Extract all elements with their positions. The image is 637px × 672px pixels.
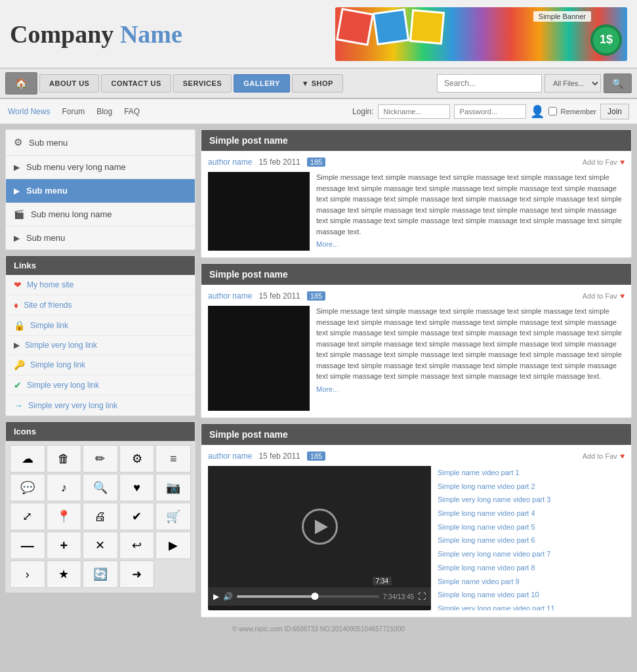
post-2-more[interactable]: More... bbox=[316, 385, 625, 393]
link-text: Simple very long link bbox=[25, 341, 97, 350]
sidebar-item-2[interactable]: ▶ Sub menu very long name bbox=[6, 156, 195, 179]
icon-expand[interactable]: ⤢ bbox=[10, 503, 45, 530]
link-item-5[interactable]: 🔑 Simple long link bbox=[6, 355, 195, 375]
subnav-blog[interactable]: Blog bbox=[96, 107, 112, 116]
watermark: © www.nipic.com ID:6608733 NO:2014090510… bbox=[0, 623, 637, 635]
post-3-heart[interactable]: ♥ bbox=[620, 452, 625, 461]
icon-cross[interactable]: ✕ bbox=[83, 532, 118, 559]
search-button[interactable]: 🔍 bbox=[604, 74, 632, 93]
video-frame[interactable] bbox=[208, 466, 431, 587]
post-1-add-fav[interactable]: Add to Fav bbox=[583, 158, 617, 166]
volume-icon[interactable]: 🔊 bbox=[223, 592, 233, 601]
sidebar-item-4[interactable]: 🎬 Sub menu long name bbox=[6, 203, 195, 226]
search-filter[interactable]: All Files... bbox=[545, 74, 601, 93]
play-icon: ▶ bbox=[14, 163, 20, 172]
post-3-header: Simple post name bbox=[201, 424, 631, 445]
link-item-2[interactable]: ♦ Site of friends bbox=[6, 295, 195, 316]
icon-cloud[interactable]: ☁ bbox=[10, 445, 45, 472]
playlist-item-3[interactable]: Simple very long name video part 3 bbox=[438, 493, 625, 507]
link-text: Simple link bbox=[30, 321, 68, 330]
icon-return[interactable]: ↩ bbox=[119, 532, 155, 559]
icon-music[interactable]: ♪ bbox=[47, 474, 82, 501]
icon-minus[interactable]: — bbox=[10, 532, 45, 559]
playlist-item-11[interactable]: Simple very long name video part 11 bbox=[438, 602, 625, 610]
playlist-item-7[interactable]: Simple very long name video part 7 bbox=[438, 547, 625, 561]
subnav-faq[interactable]: FAQ bbox=[124, 107, 140, 116]
icon-star[interactable]: ★ bbox=[47, 560, 82, 588]
icon-plus[interactable]: + bbox=[47, 532, 82, 559]
post-1-author[interactable]: author name bbox=[208, 158, 252, 167]
nav-shop[interactable]: ▼ SHOP bbox=[292, 74, 343, 93]
icon-gear[interactable]: ⚙ bbox=[119, 445, 155, 472]
icon-camera[interactable]: 📷 bbox=[155, 474, 191, 501]
post-1-more[interactable]: More... bbox=[316, 240, 625, 248]
nav-about-us[interactable]: ABOUT US bbox=[39, 74, 99, 93]
sidebar-item-1[interactable]: ⚙ Sub menu bbox=[6, 130, 195, 156]
sidebar-item-5[interactable]: ▶ Sub menu bbox=[6, 226, 195, 249]
progress-bar[interactable] bbox=[237, 595, 379, 598]
icon-menu[interactable]: ≡ bbox=[155, 445, 191, 472]
nav-contact-us[interactable]: CONTACT US bbox=[101, 74, 171, 93]
post-card-3: Simple post name author name 15 feb 2011… bbox=[201, 423, 632, 618]
icon-play-circle[interactable]: ▶ bbox=[155, 532, 191, 559]
icon-pin[interactable]: 📍 bbox=[47, 503, 82, 530]
playlist-item-10[interactable]: Simple long name video part 10 bbox=[438, 588, 625, 602]
icon-refresh[interactable]: 🔄 bbox=[83, 560, 118, 588]
playlist-item-4[interactable]: Simple long name video part 4 bbox=[438, 507, 625, 520]
playlist-item-2[interactable]: Simple long name video part 2 bbox=[438, 480, 625, 494]
header: Company Name Simple Banner 1$ bbox=[0, 0, 637, 69]
playlist-item-5[interactable]: Simple long name video part 5 bbox=[438, 520, 625, 534]
icon-pencil[interactable]: ✏ bbox=[83, 445, 118, 472]
sidebar-item-3[interactable]: ▶ Sub menu bbox=[6, 179, 195, 203]
icon-print[interactable]: 🖨 bbox=[83, 503, 118, 530]
icon-trash[interactable]: 🗑 bbox=[47, 445, 82, 472]
post-2-author[interactable]: author name bbox=[208, 291, 252, 301]
nickname-input[interactable] bbox=[378, 104, 450, 119]
icon-chat[interactable]: 💬 bbox=[10, 474, 45, 501]
link-item-4[interactable]: ▶ Simple very long link bbox=[6, 336, 195, 355]
user-icon: 👤 bbox=[530, 104, 545, 119]
password-input[interactable] bbox=[454, 104, 526, 119]
banner-badge: 1$ bbox=[590, 24, 622, 56]
icon-heart[interactable]: ♥ bbox=[119, 474, 155, 501]
post-2-heart[interactable]: ♥ bbox=[620, 291, 625, 301]
nav-services[interactable]: SERVICES bbox=[173, 74, 232, 93]
post-3-author[interactable]: author name bbox=[208, 452, 252, 461]
subnav-forum[interactable]: Forum bbox=[62, 107, 85, 116]
post-3-add-fav[interactable]: Add to Fav bbox=[583, 452, 617, 460]
icon-search[interactable]: 🔍 bbox=[83, 474, 118, 501]
home-button[interactable]: 🏠 bbox=[5, 72, 37, 94]
play-button[interactable] bbox=[302, 509, 338, 545]
icon-arrow-right[interactable]: ➜ bbox=[119, 560, 155, 588]
search-input[interactable] bbox=[437, 74, 542, 93]
fullscreen-icon[interactable]: ⛶ bbox=[418, 592, 426, 601]
link-item-6[interactable]: ✔ Simple very long link bbox=[6, 375, 195, 396]
post-card-2: Simple post name author name 15 feb 2011… bbox=[201, 263, 632, 418]
join-button[interactable]: Join bbox=[600, 104, 629, 119]
nav-gallery[interactable]: GALLERY bbox=[234, 74, 290, 93]
link-text: Simple long link bbox=[30, 360, 85, 369]
video-time-badge: 7:34 bbox=[373, 577, 392, 585]
remember-checkbox[interactable] bbox=[548, 107, 557, 116]
icons-grid: ☁ 🗑 ✏ ⚙ ≡ 💬 ♪ 🔍 ♥ 📷 ⤢ 📍 🖨 ✔ 🛒 — + ✕ ↩ bbox=[6, 441, 195, 592]
icon-check[interactable]: ✔ bbox=[119, 503, 155, 530]
post-2-add-fav[interactable]: Add to Fav bbox=[583, 292, 617, 300]
heart-icon: ❤ bbox=[14, 280, 22, 290]
link-item-7[interactable]: → Simple very very long link bbox=[6, 396, 195, 415]
playlist-item-8[interactable]: Simple long name video part 8 bbox=[438, 561, 625, 575]
icon-chevron[interactable]: › bbox=[10, 560, 45, 588]
play-control[interactable]: ▶ bbox=[213, 592, 219, 601]
gear-icon: ⚙ bbox=[14, 136, 22, 148]
link-item-1[interactable]: ❤ My home site bbox=[6, 275, 195, 295]
link-item-3[interactable]: 🔒 Simple link bbox=[6, 316, 195, 336]
playlist-item-9[interactable]: Simple name video part 9 bbox=[438, 575, 625, 589]
icon-cart[interactable]: 🛒 bbox=[155, 503, 191, 530]
sidebar-item-label: Sub menu long name bbox=[31, 209, 112, 219]
subnav-world-news[interactable]: World News bbox=[8, 107, 50, 116]
playlist-item-1[interactable]: Simple name video part 1 bbox=[438, 466, 625, 480]
post-1-heart[interactable]: ♥ bbox=[620, 158, 625, 167]
playlist-item-6[interactable]: Simple long name video part 6 bbox=[438, 534, 625, 547]
login-label: Login: bbox=[352, 107, 374, 116]
post-2-views: 185 bbox=[307, 291, 325, 301]
post-1-body: author name 15 feb 2011 185 Add to Fav ♥… bbox=[201, 151, 631, 257]
